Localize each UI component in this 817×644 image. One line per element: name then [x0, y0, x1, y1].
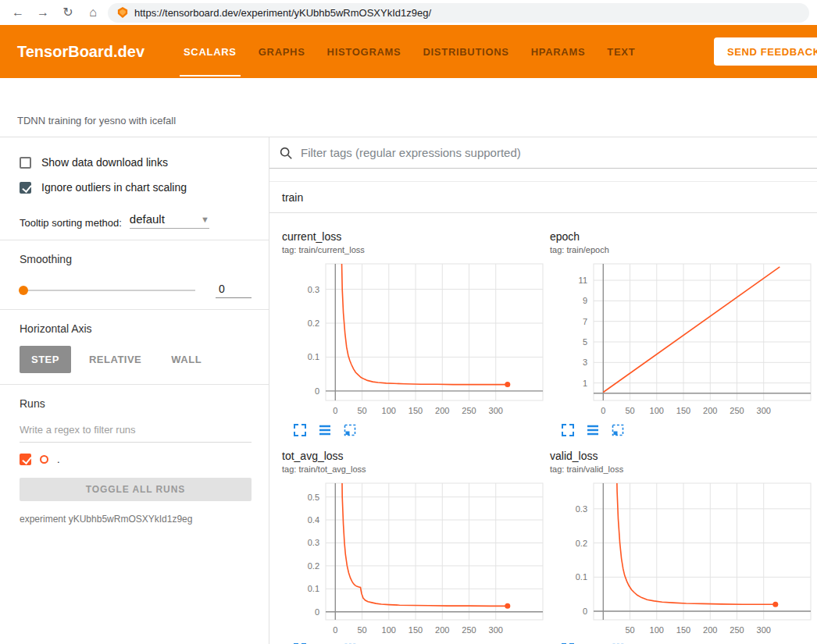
svg-text:0.4: 0.4: [308, 515, 319, 525]
chart-toolbar: [561, 423, 812, 437]
train-card: train current_loss tag: train/current_lo…: [269, 181, 817, 644]
svg-text:0.2: 0.2: [576, 539, 587, 548]
chart-title: current_loss: [282, 230, 544, 243]
chart-tag: tag: train/tot_avg_loss: [282, 464, 544, 474]
chart-tag: tag: train/valid_loss: [550, 464, 812, 474]
svg-text:50: 50: [625, 625, 634, 635]
chart-epoch: epoch tag: train/epoch 13579110501001502…: [550, 230, 812, 437]
svg-text:3: 3: [583, 358, 587, 367]
svg-text:0: 0: [601, 406, 605, 415]
experiment-title: TDNN training for yesno with icefall: [17, 115, 176, 126]
svg-text:300: 300: [489, 406, 503, 415]
svg-text:1: 1: [583, 379, 587, 388]
chart-current-loss: current_loss tag: train/current_loss 00.…: [282, 230, 544, 437]
svg-text:0.1: 0.1: [576, 572, 587, 582]
svg-text:100: 100: [382, 625, 396, 635]
svg-text:0.3: 0.3: [308, 538, 319, 547]
svg-text:0.3: 0.3: [308, 285, 319, 294]
fit-domain-icon[interactable]: [611, 423, 625, 437]
expand-chart-icon[interactable]: [561, 423, 575, 437]
svg-text:0.5: 0.5: [308, 493, 319, 502]
runs-filter-input[interactable]: [20, 419, 252, 443]
svg-text:200: 200: [703, 625, 717, 635]
chart-plot[interactable]: 00.10.20.350100150200250300: [550, 479, 812, 640]
svg-text:50: 50: [625, 406, 634, 415]
chart-title: tot_avg_loss: [282, 450, 544, 462]
chart-toolbar: [293, 423, 544, 437]
chart-tag: tag: train/epoch: [550, 245, 812, 254]
svg-text:0.2: 0.2: [308, 318, 319, 328]
app-header: TensorBoard.dev SCALARS GRAPHS HISTOGRAM…: [0, 25, 817, 78]
fit-domain-icon[interactable]: [343, 423, 357, 437]
content: Show data download links Ignore outliers…: [0, 137, 817, 644]
chart-plot[interactable]: 00.10.20.30.40.5050100150200250300: [282, 479, 544, 640]
svg-text:250: 250: [730, 406, 744, 415]
svg-text:50: 50: [357, 406, 366, 415]
svg-text:100: 100: [650, 406, 664, 415]
tab-text[interactable]: TEXT: [596, 25, 646, 78]
ignore-outliers-checkbox[interactable]: Ignore outliers in chart scaling: [20, 181, 252, 194]
home-icon[interactable]: ⌂: [83, 6, 103, 19]
svg-text:0: 0: [583, 607, 587, 616]
run-row[interactable]: .: [20, 454, 252, 465]
toggle-all-runs-button[interactable]: TOGGLE ALL RUNS: [20, 478, 252, 501]
smoothing-label: Smoothing: [20, 253, 252, 265]
svg-text:7: 7: [583, 317, 587, 326]
tab-scalars[interactable]: SCALARS: [173, 25, 248, 78]
back-icon[interactable]: ←: [8, 6, 28, 19]
svg-text:200: 200: [703, 406, 717, 415]
address-bar[interactable]: https://tensorboard.dev/experiment/yKUbh…: [108, 3, 809, 23]
send-feedback-button[interactable]: SEND FEEDBACK: [714, 37, 817, 66]
tag-filter-input[interactable]: [301, 146, 808, 159]
expand-chart-icon[interactable]: [293, 423, 307, 437]
smoothing-slider[interactable]: [20, 290, 195, 291]
relative-button[interactable]: RELATIVE: [77, 346, 153, 373]
chart-plot[interactable]: 00.10.20.3050100150200250300: [282, 260, 544, 421]
svg-text:0.1: 0.1: [308, 584, 319, 593]
svg-text:200: 200: [435, 625, 449, 635]
smoothing-slider-row: 0: [20, 283, 252, 298]
main-panel: train current_loss tag: train/current_lo…: [269, 137, 817, 644]
data-series-icon[interactable]: [586, 423, 600, 437]
tab-histograms[interactable]: HISTOGRAMS: [316, 25, 412, 78]
reload-icon[interactable]: ↻: [58, 6, 78, 19]
svg-text:0: 0: [333, 625, 337, 635]
show-download-links-checkbox[interactable]: Show data download links: [20, 156, 252, 169]
run-name: .: [57, 454, 60, 465]
step-button[interactable]: STEP: [20, 346, 71, 373]
smoothing-value[interactable]: 0: [216, 283, 252, 298]
horizontal-axis-buttons: STEP RELATIVE WALL: [20, 346, 252, 373]
horizontal-axis-label: Horizontal Axis: [20, 322, 252, 335]
data-series-icon[interactable]: [318, 423, 332, 437]
divider: [0, 384, 269, 385]
browser-chrome: ← → ↻ ⌂ https://tensorboard.dev/experime…: [0, 0, 817, 25]
tab-hparams[interactable]: HPARAMS: [520, 25, 597, 78]
tooltip-sorting-dropdown[interactable]: default ▼: [130, 212, 209, 229]
svg-text:11: 11: [579, 276, 587, 285]
divider: [0, 240, 269, 240]
train-section-header[interactable]: train: [269, 182, 817, 213]
svg-text:300: 300: [757, 406, 771, 415]
forward-icon[interactable]: →: [33, 6, 53, 19]
dropdown-value: default: [130, 212, 165, 226]
tab-distributions[interactable]: DISTRIBUTIONS: [412, 25, 519, 78]
svg-text:9: 9: [583, 296, 587, 305]
divider: [0, 309, 269, 310]
svg-text:0: 0: [333, 406, 337, 415]
tooltip-sorting-label: Tooltip sorting method:: [20, 217, 122, 229]
svg-text:200: 200: [435, 406, 449, 415]
slider-thumb[interactable]: [19, 286, 28, 295]
experiment-caption: experiment yKUbhb5wRmOSXYkId1z9eg: [20, 514, 252, 525]
settings-sidebar: Show data download links Ignore outliers…: [0, 137, 269, 644]
run-checkbox-icon[interactable]: [20, 454, 31, 465]
wall-button[interactable]: WALL: [159, 346, 213, 373]
chart-plot[interactable]: 1357911050100150200250300: [550, 260, 812, 421]
svg-text:150: 150: [408, 406, 423, 415]
checkbox-label: Show data download links: [41, 156, 168, 169]
search-icon: [279, 146, 293, 160]
checkbox-label: Ignore outliers in chart scaling: [41, 181, 187, 194]
brand-logo[interactable]: TensorBoard.dev: [17, 43, 144, 61]
checkbox-unchecked-icon: [20, 157, 31, 169]
svg-text:150: 150: [676, 625, 690, 635]
tab-graphs[interactable]: GRAPHS: [248, 25, 316, 78]
